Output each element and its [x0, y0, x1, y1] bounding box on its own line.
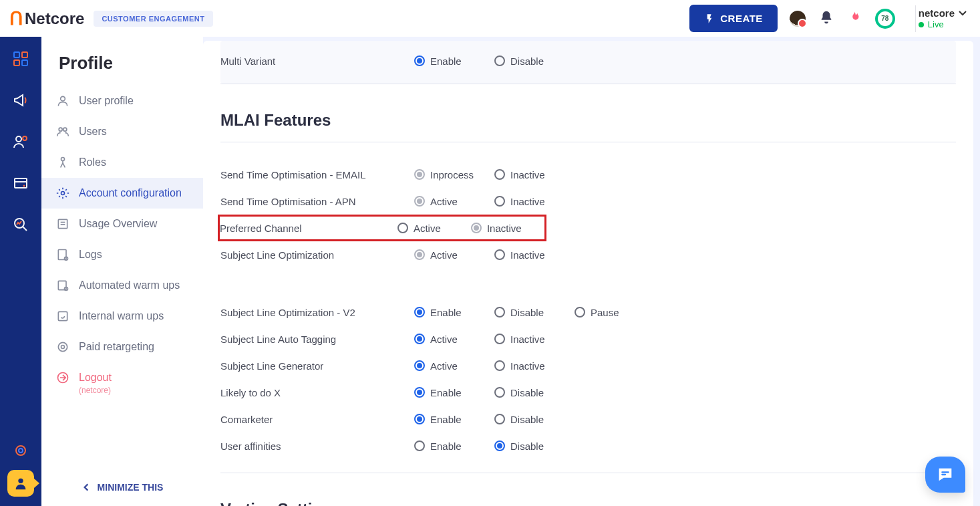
radio-option-wrapper[interactable]: Active — [414, 196, 494, 207]
sidebar-item-logout[interactable]: Logout (netcore) — [41, 362, 203, 404]
radio-option[interactable] — [414, 440, 425, 451]
radio-option[interactable] — [414, 55, 425, 66]
create-button[interactable]: CREATE — [689, 5, 778, 32]
radio-option-wrapper[interactable]: Enable — [414, 414, 494, 425]
radio-option[interactable] — [471, 223, 482, 233]
radio-option-wrapper[interactable]: Disable — [494, 307, 575, 318]
notifications-icon[interactable] — [819, 10, 834, 27]
radio-option-wrapper[interactable]: Disable — [494, 440, 575, 452]
setting-label: Subject Line Generator — [220, 360, 414, 372]
rail-settings-icon[interactable] — [12, 442, 29, 459]
sidebar-item-automated-warm-ups[interactable]: Automated warm ups — [41, 270, 203, 301]
brand-logo[interactable]: ᑎ Netcore — [9, 7, 84, 29]
radio-option-wrapper[interactable]: Active — [414, 249, 494, 261]
sidebar-item-usage-overview[interactable]: Usage Overview — [41, 209, 203, 239]
svg-rect-1 — [22, 52, 27, 57]
svg-line-10 — [23, 227, 27, 231]
radio-option-wrapper[interactable]: Active — [414, 334, 494, 345]
radio-option-wrapper[interactable]: Enable — [414, 307, 494, 318]
radio-option[interactable] — [494, 440, 505, 451]
radio-option[interactable] — [414, 196, 425, 207]
setting-label: Subject Line Optimization - V2 — [220, 307, 414, 318]
radio-option[interactable] — [494, 169, 505, 180]
section-title-vertica: Vertica Settings — [220, 485, 956, 506]
radio-option-wrapper[interactable]: Active — [414, 360, 494, 372]
radio-option-wrapper[interactable]: Inactive — [494, 169, 575, 180]
rail-analytics-icon[interactable] — [12, 216, 29, 233]
sidebar-item-internal-warm-ups[interactable]: Internal warm ups — [41, 301, 203, 332]
radio-option-wrapper[interactable]: Enable — [414, 387, 494, 398]
sidebar-item-paid-retargeting[interactable]: Paid retargeting — [41, 332, 203, 362]
radio-option-wrapper[interactable]: Enable — [414, 55, 494, 67]
chevron-left-icon — [81, 483, 91, 492]
radio-option-wrapper[interactable]: Active — [397, 223, 471, 234]
setting-label: Comarketer — [220, 414, 414, 425]
radio-option[interactable] — [494, 387, 505, 398]
brand-text: Netcore — [25, 9, 84, 28]
radio-option-wrapper[interactable]: Inactive — [494, 249, 575, 261]
radio-option[interactable] — [414, 169, 425, 180]
radio-option[interactable] — [494, 414, 505, 424]
setting-label: User affinities — [220, 440, 414, 452]
setting-label: Multi Variant — [220, 55, 414, 67]
svg-point-18 — [61, 192, 65, 195]
radio-option-wrapper[interactable]: Inactive — [494, 360, 575, 372]
minimize-sidebar-button[interactable]: MINIMIZE THIS — [41, 469, 203, 506]
radio-option[interactable] — [494, 307, 505, 318]
radio-option-wrapper[interactable]: Inactive — [471, 223, 544, 234]
users-icon — [56, 125, 69, 138]
radio-option-wrapper[interactable]: Disable — [494, 387, 575, 398]
rail-users-icon[interactable] — [12, 133, 29, 150]
logo-mark-icon: ᑎ — [9, 7, 22, 29]
radio-option[interactable] — [575, 307, 585, 318]
sidebar-item-logs[interactable]: Logs — [41, 239, 203, 270]
setting-label: Subject Line Optimization — [220, 249, 414, 261]
sidebar-item-users[interactable]: Users — [41, 116, 203, 147]
svg-point-15 — [59, 128, 62, 131]
svg-point-27 — [58, 342, 67, 351]
flame-icon[interactable] — [847, 10, 862, 27]
radio-option[interactable] — [494, 55, 505, 66]
radio-option-wrapper[interactable]: Disable — [494, 414, 575, 425]
main-content: Multi VariantEnableDisable MLAI Features… — [203, 37, 980, 506]
radio-option[interactable] — [494, 334, 505, 344]
sidebar-item-user-profile[interactable]: User profile — [41, 86, 203, 116]
setting-row: Subject Line GeneratorActiveInactive — [220, 352, 956, 379]
radio-option-wrapper[interactable]: Disable — [494, 55, 575, 67]
radio-option[interactable] — [414, 387, 425, 398]
mlai-rows-1: Send Time Optimisation - EMAILInprocessI… — [220, 154, 956, 281]
profile-avatar-icon[interactable] — [790, 11, 806, 27]
radio-option[interactable] — [414, 360, 425, 371]
radio-option[interactable] — [414, 249, 425, 260]
auto-icon — [56, 279, 69, 292]
setting-row: Send Time Optimisation - APNActiveInacti… — [220, 188, 956, 215]
chat-fab-button[interactable] — [925, 457, 965, 493]
radio-option[interactable] — [397, 223, 408, 233]
svg-point-28 — [61, 346, 65, 349]
sidebar-item-account-configuration[interactable]: Account configuration — [41, 178, 203, 209]
radio-option[interactable] — [494, 196, 505, 207]
rail-content-icon[interactable] — [12, 174, 29, 192]
radio-option-wrapper[interactable]: Pause — [575, 307, 655, 318]
radio-option-wrapper[interactable]: Inactive — [494, 196, 575, 207]
rail-megaphone-icon[interactable] — [12, 92, 29, 109]
radio-option[interactable] — [414, 414, 425, 424]
radio-option[interactable] — [414, 334, 425, 344]
radio-option[interactable] — [494, 360, 505, 371]
radio-option[interactable] — [494, 249, 505, 260]
setting-label: Send Time Optimisation - APN — [220, 196, 414, 207]
section-title-mlai: MLAI Features — [220, 96, 956, 142]
radio-option-wrapper[interactable]: Enable — [414, 440, 494, 452]
roles-icon — [56, 156, 69, 169]
setting-label: Subject Line Auto Tagging — [220, 334, 414, 345]
account-switcher[interactable]: netcore Live — [919, 7, 971, 30]
health-score[interactable]: 78 — [875, 9, 895, 29]
radio-option[interactable] — [414, 307, 425, 318]
radio-option-wrapper[interactable]: Inprocess — [414, 169, 494, 180]
rail-profile-button[interactable] — [7, 470, 34, 497]
rail-dashboard-icon[interactable] — [12, 50, 29, 68]
sidebar-item-roles[interactable]: Roles — [41, 147, 203, 178]
svg-point-11 — [16, 446, 25, 455]
radio-option-wrapper[interactable]: Inactive — [494, 334, 575, 345]
profile-sidebar: Profile User profile Users Roles Account… — [41, 37, 203, 506]
